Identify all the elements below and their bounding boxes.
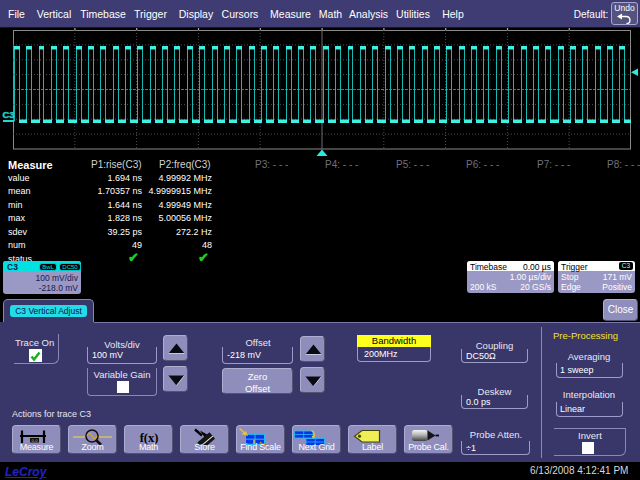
svg-text:C3: C3 xyxy=(3,109,15,120)
